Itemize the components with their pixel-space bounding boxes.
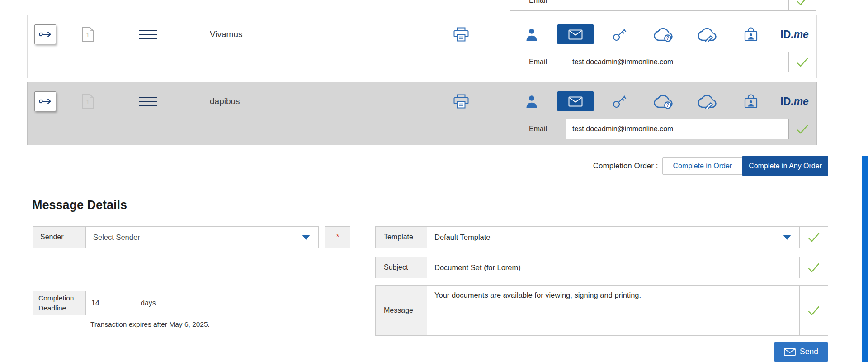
sender-select-value: Select Sender [93, 233, 140, 242]
send-button-label: Send [800, 347, 818, 357]
printer-icon[interactable] [453, 94, 469, 109]
email-input[interactable] [566, 0, 789, 10]
access-code-key-icon[interactable] [598, 27, 642, 42]
days-label: days [141, 299, 156, 307]
message-valid-check-icon [799, 285, 828, 336]
template-select[interactable]: Default Template [427, 226, 800, 248]
document-page-icon: 1 [82, 94, 94, 109]
svg-text:?: ? [666, 102, 669, 108]
completion-order-label: Completion Order : [593, 162, 658, 171]
required-marker-box: * [325, 226, 350, 248]
template-select-value: Default Template [434, 233, 491, 242]
drag-handle-icon[interactable] [139, 94, 157, 109]
kba-question-cloud-icon[interactable]: ? [642, 94, 685, 109]
expiry-note: Transaction expires after May 6, 2025. [90, 320, 210, 329]
sender-label: Sender [33, 226, 86, 248]
idme-me-text: .me [791, 95, 809, 108]
completion-deadline-row: Completion Deadline days [33, 291, 156, 315]
idme-id-text: ID [780, 29, 791, 41]
recipient-row-main: 1 dapibus [28, 87, 816, 116]
svg-text:1: 1 [86, 32, 89, 38]
template-label: Template [375, 226, 427, 248]
completion-deadline-label: Completion Deadline [33, 291, 86, 315]
signature-cloud-icon[interactable] [685, 27, 729, 42]
sender-select[interactable]: Select Sender [85, 226, 319, 248]
message-details-heading: Message Details [32, 198, 127, 212]
drag-handle-icon[interactable] [139, 27, 157, 42]
complete-in-any-order-button[interactable]: Complete in Any Order [742, 156, 828, 176]
email-input[interactable] [566, 52, 789, 72]
message-textarea[interactable]: Your documents are available for viewing… [427, 285, 800, 336]
email-field-group: Email [510, 52, 816, 72]
email-delivery-selected-box [557, 24, 594, 44]
idme-logo[interactable]: ID.me [773, 95, 816, 108]
completion-deadline-input[interactable] [85, 291, 125, 315]
recipient-row-main: 1 Vivamus [28, 20, 816, 49]
kba-question-cloud-icon[interactable]: ? [642, 27, 685, 42]
in-person-signer-icon[interactable] [510, 95, 554, 108]
email-label: Email [510, 52, 566, 72]
completion-order-section: Completion Order : Complete in Order Com… [27, 156, 828, 176]
recipient-rows: 1 Vivamus [27, 15, 817, 145]
message-label: Message [375, 285, 427, 336]
subject-input[interactable] [427, 257, 800, 278]
route-arrow-button[interactable] [34, 91, 56, 111]
recipient-row[interactable]: 1 Vivamus [27, 15, 817, 78]
access-code-key-icon[interactable] [598, 94, 642, 109]
delivery-auth-options: ? I [510, 91, 816, 111]
in-person-signer-icon[interactable] [510, 28, 554, 41]
recipient-name: Vivamus [210, 29, 400, 39]
email-valid-check-icon [789, 0, 816, 10]
route-arrow-icon [38, 29, 52, 39]
idme-id-text: ID [780, 95, 791, 108]
dropdown-arrow-icon [783, 235, 791, 240]
recipients-list: Email 1 V [27, 0, 817, 149]
id-check-bag-icon[interactable] [729, 93, 773, 110]
email-delivery-icon[interactable] [554, 24, 598, 44]
idme-me-text: .me [791, 29, 809, 41]
partial-recipient-row: Email [27, 0, 817, 11]
required-asterisk: * [336, 233, 340, 242]
email-field-group: Email [510, 0, 816, 11]
email-field-group: Email [510, 119, 816, 139]
send-button[interactable]: Send [774, 342, 828, 362]
complete-in-order-button[interactable]: Complete in Order [662, 157, 742, 175]
right-scrollbar[interactable] [862, 156, 868, 362]
document-page-icon: 1 [82, 27, 94, 42]
subject-field-row: Subject [375, 257, 828, 278]
recipient-row[interactable]: 1 dapibus [27, 82, 817, 145]
template-valid-check-icon [799, 226, 828, 248]
send-documents-page: Email 1 V [0, 0, 868, 362]
send-envelope-icon [784, 348, 796, 356]
subject-label: Subject [375, 257, 427, 278]
svg-text:?: ? [666, 35, 669, 41]
email-valid-check-icon [789, 52, 816, 72]
delivery-auth-options: ? I [510, 24, 816, 44]
message-field-row: Message Your documents are available for… [375, 285, 828, 336]
dropdown-arrow-icon [302, 235, 310, 240]
printer-icon[interactable] [453, 27, 469, 42]
email-label: Email [510, 119, 566, 139]
recipient-name: dapibus [210, 96, 400, 106]
email-valid-check-icon [789, 119, 816, 139]
email-delivery-selected-box [557, 91, 594, 111]
email-label: Email [510, 0, 566, 10]
signature-cloud-icon[interactable] [685, 94, 729, 109]
id-check-bag-icon[interactable] [729, 26, 773, 43]
template-field-row: Template Default Template [375, 226, 828, 248]
subject-valid-check-icon [799, 257, 828, 278]
route-arrow-icon [38, 96, 52, 106]
email-input[interactable] [566, 119, 789, 139]
idme-logo[interactable]: ID.me [773, 29, 816, 41]
route-arrow-button[interactable] [34, 24, 56, 44]
email-delivery-icon[interactable] [554, 91, 598, 111]
svg-text:1: 1 [86, 99, 89, 105]
sender-field-row: Sender Select Sender * [33, 226, 350, 248]
